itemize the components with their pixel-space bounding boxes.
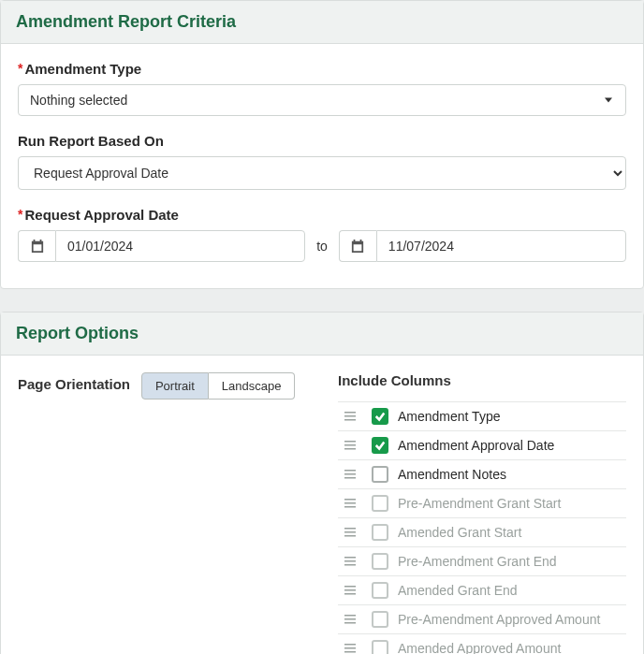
drag-icon xyxy=(344,614,356,625)
svg-rect-4 xyxy=(344,444,356,446)
run-based-group: Run Report Based On Request Approval Dat… xyxy=(18,133,626,190)
svg-rect-0 xyxy=(344,412,356,414)
drag-icon xyxy=(344,585,356,596)
options-header: Report Options xyxy=(1,312,643,356)
date-from-calendar-button[interactable] xyxy=(18,230,55,262)
column-item: Amended Grant Start xyxy=(338,518,626,547)
column-label: Amended Grant End xyxy=(398,583,518,598)
column-checkbox[interactable] xyxy=(372,582,388,599)
calendar-icon xyxy=(31,240,44,253)
orientation-toggle: Portrait Landscape xyxy=(141,372,296,400)
date-to-label: to xyxy=(316,239,328,254)
column-item: Amendment Type xyxy=(338,402,626,431)
columns-list: Amendment TypeAmendment Approval DateAme… xyxy=(338,401,626,654)
orientation-landscape-button[interactable]: Landscape xyxy=(209,372,296,400)
drag-icon xyxy=(344,556,356,567)
criteria-panel: Amendment Report Criteria *Amendment Typ… xyxy=(0,0,644,289)
svg-rect-8 xyxy=(344,477,356,479)
column-item: Pre-Amendment Grant Start xyxy=(338,489,626,518)
drag-icon xyxy=(344,469,356,480)
svg-rect-20 xyxy=(344,593,356,595)
column-label: Amended Approved Amount xyxy=(398,641,561,654)
drag-handle[interactable] xyxy=(338,411,362,422)
drag-handle[interactable] xyxy=(338,585,362,596)
drag-icon xyxy=(344,440,356,451)
date-range-row: to xyxy=(18,230,626,262)
column-label: Amendment Type xyxy=(398,409,500,424)
column-checkbox[interactable] xyxy=(372,640,388,654)
column-checkbox[interactable] xyxy=(372,495,388,512)
svg-rect-15 xyxy=(344,557,356,559)
date-range-label: Request Approval Date xyxy=(24,207,178,223)
column-checkbox[interactable] xyxy=(372,437,388,454)
drag-icon xyxy=(344,643,356,654)
column-checkbox[interactable] xyxy=(372,553,388,570)
drag-handle[interactable] xyxy=(338,614,362,625)
column-item: Amended Approved Amount xyxy=(338,634,626,654)
svg-rect-19 xyxy=(344,589,356,591)
column-label: Amendment Approval Date xyxy=(398,438,554,453)
date-to-calendar-button[interactable] xyxy=(339,230,376,262)
svg-rect-23 xyxy=(344,622,356,624)
svg-rect-25 xyxy=(344,647,356,649)
column-item: Pre-Amendment Grant End xyxy=(338,547,626,576)
drag-icon xyxy=(344,411,356,422)
svg-rect-6 xyxy=(344,470,356,472)
date-from-wrap xyxy=(18,230,305,262)
svg-rect-3 xyxy=(344,441,356,443)
date-from-input[interactable] xyxy=(55,230,305,262)
orientation-section: Page Orientation Portrait Landscape xyxy=(18,372,310,654)
svg-rect-11 xyxy=(344,506,356,508)
drag-handle[interactable] xyxy=(338,643,362,654)
orientation-label: Page Orientation xyxy=(18,376,130,392)
date-to-wrap xyxy=(339,230,626,262)
amendment-type-group: *Amendment Type Nothing selected xyxy=(18,61,626,116)
options-body: Page Orientation Portrait Landscape Incl… xyxy=(1,356,643,654)
svg-rect-14 xyxy=(344,535,356,537)
columns-section: Include Columns Amendment TypeAmendment … xyxy=(338,372,626,654)
column-checkbox[interactable] xyxy=(372,524,388,541)
calendar-icon xyxy=(351,240,364,253)
column-item: Amendment Notes xyxy=(338,460,626,489)
column-label: Amendment Notes xyxy=(398,467,506,482)
amendment-type-dropdown[interactable]: Nothing selected xyxy=(18,84,626,116)
svg-rect-24 xyxy=(344,644,356,646)
required-asterisk: * xyxy=(18,61,22,76)
svg-rect-26 xyxy=(344,651,356,653)
svg-rect-12 xyxy=(344,528,356,530)
column-label: Pre-Amendment Approved Amount xyxy=(398,612,600,627)
column-checkbox[interactable] xyxy=(372,466,388,483)
options-panel: Report Options Page Orientation Portrait… xyxy=(0,312,644,654)
column-item: Amendment Approval Date xyxy=(338,431,626,460)
column-checkbox[interactable] xyxy=(372,611,388,628)
orientation-portrait-button[interactable]: Portrait xyxy=(141,372,209,400)
run-based-label: Run Report Based On xyxy=(18,133,164,149)
drag-handle[interactable] xyxy=(338,440,362,451)
svg-rect-16 xyxy=(344,560,356,562)
drag-handle[interactable] xyxy=(338,527,362,538)
run-based-select[interactable]: Request Approval Date xyxy=(18,156,626,190)
required-asterisk: * xyxy=(18,207,22,222)
drag-handle[interactable] xyxy=(338,498,362,509)
svg-rect-1 xyxy=(344,415,356,417)
criteria-header: Amendment Report Criteria xyxy=(1,1,643,44)
columns-label: Include Columns xyxy=(338,372,626,388)
column-item: Pre-Amendment Approved Amount xyxy=(338,605,626,634)
svg-rect-5 xyxy=(344,448,356,450)
svg-rect-10 xyxy=(344,502,356,504)
svg-rect-17 xyxy=(344,564,356,566)
svg-rect-7 xyxy=(344,473,356,475)
criteria-body: *Amendment Type Nothing selected Run Rep… xyxy=(1,44,643,288)
svg-rect-13 xyxy=(344,531,356,533)
date-to-input[interactable] xyxy=(376,230,626,262)
column-label: Amended Grant Start xyxy=(398,525,521,540)
svg-rect-2 xyxy=(344,419,356,421)
drag-handle[interactable] xyxy=(338,469,362,480)
amendment-type-label: Amendment Type xyxy=(24,61,141,77)
svg-rect-21 xyxy=(344,615,356,617)
drag-handle[interactable] xyxy=(338,556,362,567)
column-label: Pre-Amendment Grant Start xyxy=(398,496,561,511)
column-checkbox[interactable] xyxy=(372,408,388,425)
svg-rect-22 xyxy=(344,618,356,620)
date-range-group: *Request Approval Date to xyxy=(18,207,626,262)
